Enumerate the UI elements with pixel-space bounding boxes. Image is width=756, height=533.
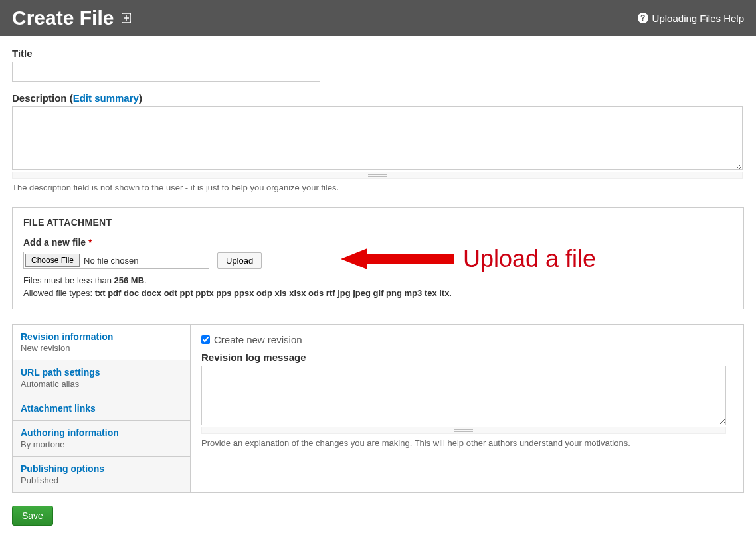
- tab-url-path-settings[interactable]: URL path settings Automatic alias: [13, 360, 190, 396]
- title-input[interactable]: [12, 62, 320, 82]
- page-title-text: Create File: [12, 7, 114, 29]
- create-new-revision-row[interactable]: Create new revision: [201, 334, 733, 345]
- create-new-revision-label: Create new revision: [214, 334, 302, 345]
- help-link-text: Uploading Files Help: [652, 13, 744, 24]
- tab-authoring-information[interactable]: Authoring information By mortone: [13, 421, 190, 457]
- revision-log-textarea[interactable]: [201, 366, 726, 425]
- uploading-files-help-link[interactable]: ? Uploading Files Help: [638, 13, 744, 24]
- revision-log-label: Revision log message: [201, 352, 733, 363]
- page-header: Create File ? Uploading Files Help: [0, 0, 756, 36]
- allowed-file-types-text: Allowed file types: txt pdf doc docx odt…: [23, 288, 733, 298]
- file-input[interactable]: Choose File No file chosen: [23, 252, 209, 269]
- revision-log-help-text: Provide an explanation of the changes yo…: [201, 438, 733, 448]
- save-button[interactable]: Save: [12, 506, 53, 526]
- vertical-tabs-list: Revision information New revision URL pa…: [13, 325, 191, 492]
- form-content: Title Description (Edit summary) The des…: [0, 36, 756, 533]
- tab-publishing-options[interactable]: Publishing options Published: [13, 457, 190, 492]
- file-attachment-fieldset: FILE ATTACHMENT Add a new file * Choose …: [12, 207, 744, 309]
- help-icon: ?: [638, 13, 648, 23]
- no-file-chosen-text: No file chosen: [84, 256, 138, 266]
- textarea-resize-grip[interactable]: [12, 172, 743, 179]
- choose-file-button[interactable]: Choose File: [25, 254, 80, 267]
- revision-textarea-resize-grip[interactable]: [201, 427, 726, 434]
- description-label: Description (Edit summary): [12, 92, 744, 104]
- create-new-revision-checkbox[interactable]: [201, 335, 210, 344]
- revision-information-pane: Create new revision Revision log message…: [191, 325, 743, 492]
- title-label: Title: [12, 48, 744, 59]
- file-attachment-legend: FILE ATTACHMENT: [23, 217, 733, 228]
- file-input-row: Choose File No file chosen Upload: [23, 252, 733, 269]
- description-textarea[interactable]: [12, 106, 743, 170]
- page-title: Create File: [12, 7, 132, 29]
- plus-icon: [120, 12, 132, 24]
- tab-revision-information[interactable]: Revision information New revision: [13, 325, 190, 360]
- required-marker: *: [88, 237, 92, 248]
- tab-attachment-links[interactable]: Attachment links: [13, 396, 190, 421]
- file-size-limit-text: Files must be less than 256 MB.: [23, 275, 733, 285]
- description-help-text: The description field is not shown to th…: [12, 183, 744, 192]
- edit-summary-link[interactable]: Edit summary: [73, 92, 139, 104]
- vertical-tabs: Revision information New revision URL pa…: [12, 324, 744, 493]
- upload-button[interactable]: Upload: [217, 252, 262, 269]
- add-new-file-label: Add a new file *: [23, 237, 733, 248]
